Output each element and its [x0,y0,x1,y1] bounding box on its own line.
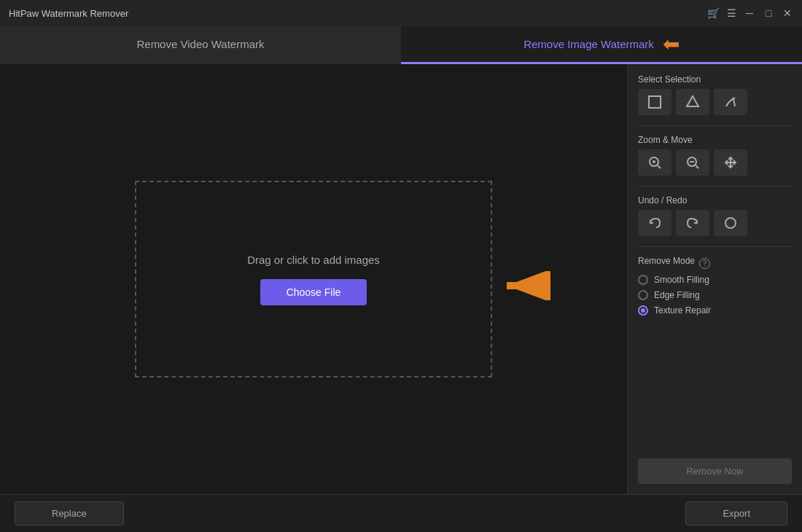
svg-line-10 [696,165,698,168]
select-rect-button[interactable] [638,89,671,115]
tab-image[interactable]: Remove Image Watermark ⬅ [401,26,802,64]
remove-mode-label: Remove Mode [638,256,695,266]
undo-redo-label: Undo / Redo [638,195,792,206]
hamburger-icon[interactable]: ☰ [727,7,736,19]
minimize-button[interactable]: ─ [744,7,755,19]
svg-line-3 [733,99,735,106]
select-poly-button[interactable] [676,89,709,115]
choose-file-arrow [499,271,550,303]
svg-rect-1 [649,96,661,108]
redo-button[interactable] [676,210,709,236]
bottombar: Replace Export [0,494,802,532]
radio-label-smooth: Smooth Filling [654,275,709,285]
main-content: Drag or click to add images Choose File [0,64,802,494]
tab-image-label: Remove Image Watermark [523,38,654,50]
radio-smooth-filling[interactable]: Smooth Filling [638,275,792,285]
choose-file-button[interactable]: Choose File [260,279,367,305]
svg-line-7 [658,165,661,168]
tabbar: Remove Video Watermark Remove Image Wate… [0,26,802,64]
svg-point-11 [725,218,736,228]
zoom-move-label: Zoom & Move [638,135,792,145]
maximize-button[interactable]: □ [763,7,774,19]
sidebar: Select Selection [627,64,802,494]
cart-icon[interactable]: 🛒 [707,7,720,19]
zoom-out-button[interactable] [676,149,709,176]
radio-label-texture: Texture Repair [654,305,711,316]
undo-button[interactable] [638,210,671,236]
help-icon[interactable]: ? [699,258,710,269]
titlebar: HitPaw Watermark Remover 🛒 ☰ ─ □ ✕ [0,0,802,26]
tab-video-label: Remove Video Watermark [136,38,264,50]
canvas-area[interactable]: Drag or click to add images Choose File [0,64,627,494]
radio-texture-repair[interactable]: Texture Repair [638,305,792,316]
undo-redo-section: Undo / Redo [638,186,792,236]
select-tool-row [638,89,792,115]
undo-redo-tool-row [638,210,792,236]
zoom-in-button[interactable] [638,149,671,176]
export-button[interactable]: Export [685,501,787,525]
close-button[interactable]: ✕ [782,7,793,19]
remove-mode-options: Smooth Filling Edge Filling Texture Repa… [638,275,792,316]
reset-button[interactable] [714,210,747,236]
svg-marker-2 [687,96,698,106]
radio-circle-texture [638,305,648,316]
select-selection-section: Select Selection [638,74,792,115]
titlebar-controls: 🛒 ☰ ─ □ ✕ [707,7,793,19]
tab-video[interactable]: Remove Video Watermark [0,26,401,64]
radio-circle-smooth [638,275,648,285]
radio-dot-texture [641,308,645,313]
replace-button[interactable]: Replace [15,501,124,525]
drop-zone[interactable]: Drag or click to add images Choose File [135,181,492,378]
radio-circle-edge [638,290,648,300]
move-button[interactable] [714,149,747,176]
radio-label-edge: Edge Filling [654,290,700,300]
zoom-move-section: Zoom & Move [638,125,792,176]
radio-edge-filling[interactable]: Edge Filling [638,290,792,300]
tab-arrow-icon: ⬅ [663,32,680,56]
app-title: HitPaw Watermark Remover [9,8,128,19]
zoom-tool-row [638,149,792,176]
drop-text: Drag or click to add images [247,254,380,266]
select-brush-button[interactable] [714,89,747,115]
remove-now-button[interactable]: Remove Now [638,458,792,484]
remove-mode-section: Remove Mode ? Smooth Filling Edge Fillin… [638,246,792,316]
remove-mode-label-row: Remove Mode ? [638,256,792,270]
select-selection-label: Select Selection [638,74,792,85]
